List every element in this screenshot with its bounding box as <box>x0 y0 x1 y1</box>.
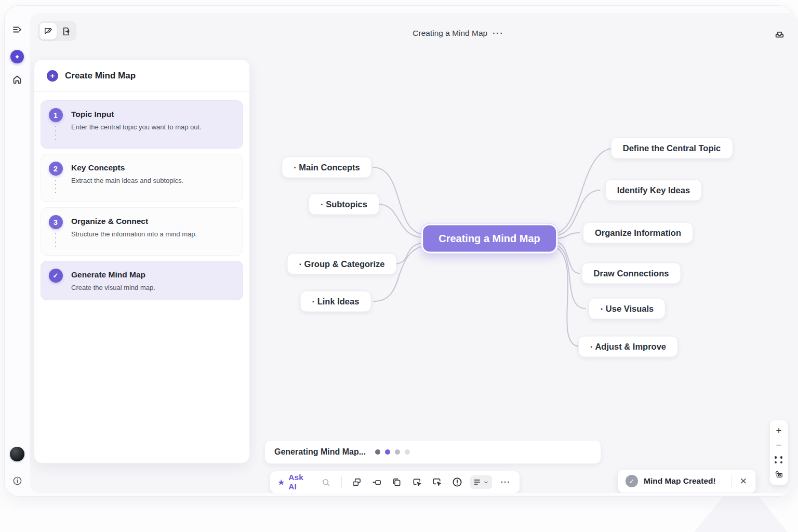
title-more-button[interactable]: ··· <box>493 29 504 38</box>
select-frame-alt-icon[interactable] <box>430 475 444 489</box>
app-window: ✦ <box>4 5 794 497</box>
mindmap-node[interactable]: · Adjust & Improve <box>578 336 678 357</box>
step-text: Key ConceptsExtract the main ideas and s… <box>71 162 183 193</box>
step-text: Generate Mind MapCreate the visual mind … <box>71 269 155 291</box>
generation-status-bar: Generating Mind Map... <box>264 440 601 464</box>
canvas-area[interactable]: Creating a Mind Map ··· + Create Mind Ma… <box>30 13 798 493</box>
ellipsis-icon: ··· <box>501 478 511 486</box>
info-circle-icon[interactable] <box>450 475 464 489</box>
step-title: Generate Mind Map <box>71 269 155 280</box>
step-title: Key Concepts <box>71 162 183 172</box>
select-frame-icon[interactable] <box>410 475 424 489</box>
step-indicator-column: 3 <box>48 215 63 247</box>
window-title-row: Creating a Mind Map ··· <box>30 29 798 38</box>
panel-header: + Create Mind Map <box>34 60 249 92</box>
fit-view-button[interactable] <box>772 454 786 466</box>
step-item[interactable]: 2Key ConceptsExtract the main ideas and … <box>41 154 243 202</box>
home-icon[interactable] <box>8 70 26 89</box>
mindmap-node[interactable]: Identify Key Ideas <box>605 180 702 201</box>
page-title: Creating a Mind Map <box>413 29 487 38</box>
step-description: Extract the main ideas and subtopics. <box>71 177 183 184</box>
user-avatar[interactable] <box>8 445 26 463</box>
canvas-toolbar: ★ Ask AI <box>270 471 520 493</box>
step-connector-dots <box>55 180 56 193</box>
mindmap-node[interactable]: · Link Ideas <box>300 291 371 312</box>
mindmap-node[interactable]: Organize Information <box>583 222 693 244</box>
mindmap-node[interactable]: · Group & Categorize <box>287 254 396 275</box>
inbox-icon[interactable] <box>774 29 785 39</box>
chevron-down-icon <box>483 480 489 485</box>
frames-icon[interactable] <box>350 475 364 489</box>
plus-icon: + <box>47 70 58 82</box>
sidebar-toggle-icon[interactable] <box>8 20 26 39</box>
ask-ai-label: Ask AI <box>288 473 313 491</box>
mindmap-node[interactable]: · Subtopics <box>309 194 379 215</box>
insert-node-icon[interactable] <box>370 475 383 489</box>
step-connector-dots <box>55 126 56 140</box>
ask-ai-button[interactable]: ★ Ask AI <box>277 473 313 491</box>
copy-stack-icon[interactable] <box>390 475 404 489</box>
toast-notification: ✓ Mind Map Created! ✕ <box>618 469 756 493</box>
step-number-badge: 2 <box>49 162 63 176</box>
step-description: Enter the central topic you want to map … <box>71 123 202 131</box>
check-circle-icon: ✓ <box>626 475 638 487</box>
progress-dot <box>405 449 410 455</box>
steps-list: 1Topic InputEnter the central topic you … <box>34 92 249 314</box>
step-title: Organize & Connect <box>71 215 197 226</box>
step-number-badge: 3 <box>49 215 63 229</box>
progress-dot <box>375 449 380 455</box>
star-icon: ★ <box>277 477 285 487</box>
mindmap-node[interactable]: Define the Central Topic <box>611 138 733 159</box>
dots-grid-icon <box>775 456 783 463</box>
toast-divider <box>732 475 732 487</box>
lock-element-button[interactable] <box>772 468 786 481</box>
status-label: Generating Mind Map... <box>274 447 366 457</box>
toast-message: Mind Map Created! <box>644 476 726 486</box>
create-mindmap-panel: + Create Mind Map 1Topic InputEnter the … <box>34 59 250 463</box>
more-options-button[interactable]: ··· <box>499 475 512 489</box>
step-text: Organize & ConnectStructure the informat… <box>71 215 197 247</box>
step-item[interactable]: 3Organize & ConnectStructure the informa… <box>41 207 243 256</box>
step-item[interactable]: ✓Generate Mind MapCreate the visual mind… <box>41 261 243 300</box>
toolbar-divider <box>341 476 342 488</box>
status-progress-dots <box>375 449 410 455</box>
step-indicator-column: 2 <box>48 162 63 193</box>
mindmap-node[interactable]: · Main Concepts <box>282 157 371 178</box>
left-rail: ✦ <box>5 6 30 496</box>
progress-dot <box>395 449 400 455</box>
step-indicator-column: 1 <box>48 108 63 140</box>
step-text: Topic InputEnter the central topic you w… <box>71 108 202 140</box>
step-indicator-column: ✓ <box>48 269 63 291</box>
step-number-badge: 1 <box>49 108 63 122</box>
step-item[interactable]: 1Topic InputEnter the central topic you … <box>41 100 243 149</box>
panel-title: Create Mind Map <box>65 71 136 81</box>
zoom-controls: + − <box>769 420 788 485</box>
avatar-image <box>10 447 24 461</box>
zoom-in-button[interactable]: + <box>772 424 786 437</box>
mindmap-node[interactable]: · Use Visuals <box>589 298 666 320</box>
step-connector-dots <box>55 233 56 247</box>
step-title: Topic Input <box>71 108 202 119</box>
progress-dot <box>385 449 390 455</box>
mindmap-node[interactable]: Draw Connections <box>582 263 681 284</box>
lock-icon <box>774 470 783 479</box>
step-description: Structure the information into a mind ma… <box>71 230 197 238</box>
step-description: Create the visual mind map. <box>71 284 155 291</box>
toast-close-button[interactable]: ✕ <box>738 476 749 487</box>
central-node[interactable]: Creating a Mind Map <box>421 224 557 254</box>
search-icon[interactable] <box>320 475 333 489</box>
layout-options-button[interactable] <box>470 475 492 489</box>
zoom-out-button[interactable]: − <box>772 439 786 451</box>
app-logo-icon[interactable]: ✦ <box>8 47 26 66</box>
step-check-icon: ✓ <box>49 269 63 283</box>
info-icon[interactable] <box>8 471 26 490</box>
sparkle-icon: ✦ <box>10 50 24 63</box>
